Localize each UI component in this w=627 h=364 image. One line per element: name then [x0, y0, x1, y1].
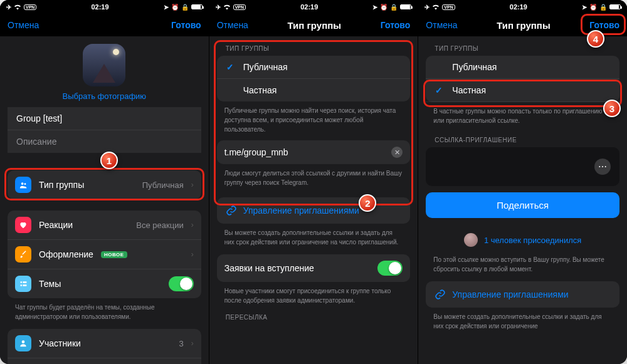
reactions-row[interactable]: Реакции Все реакции › [8, 211, 201, 240]
group-type-row[interactable]: Тип группы Публичная › [8, 170, 201, 199]
chevron-right-icon: › [191, 221, 194, 229]
members-label: Участники [39, 338, 171, 348]
lock-icon: 🔒 [599, 4, 607, 11]
share-foot: По этой ссылке можно вступить в Вашу гру… [418, 251, 627, 276]
manage-invites-label: Управление приглашениями [243, 205, 359, 216]
chevron-right-icon: › [191, 339, 194, 348]
join-requests-row[interactable]: Заявки на вступление [217, 254, 411, 282]
step-badge-3: 3 [603, 100, 621, 117]
svg-rect-3 [23, 281, 26, 283]
members-row[interactable]: Участники 3 › [8, 329, 201, 358]
brush-icon [15, 246, 31, 263]
battery-icon [400, 4, 411, 9]
chevron-right-icon: › [191, 180, 194, 189]
status-time: 02:19 [91, 3, 108, 11]
option-private[interactable]: ✓ Частная [426, 79, 619, 102]
step-badge-1: 1 [100, 152, 118, 169]
topics-label: Темы [39, 279, 161, 289]
alarm-icon: ⏰ [589, 4, 597, 11]
join-requests-toggle[interactable] [377, 261, 403, 276]
airplane-icon: ✈︎ [424, 4, 429, 11]
topics-toggle[interactable] [169, 276, 194, 291]
option-private-label: Частная [243, 85, 403, 95]
status-time: 02:19 [510, 3, 527, 11]
option-public[interactable]: ✓ Публичная [426, 56, 619, 79]
invite-link-field[interactable]: ⋯ [426, 147, 619, 186]
join-foot: Новые участники смогут присоединиться к … [209, 282, 418, 308]
group-avatar[interactable] [83, 44, 125, 86]
svg-rect-2 [20, 281, 22, 283]
chevron-right-icon: › [191, 250, 194, 259]
wifi-icon [432, 4, 440, 10]
vpn-badge: VPN [233, 4, 246, 10]
cancel-button[interactable]: Отмена [8, 20, 39, 30]
design-label: Оформление [39, 249, 93, 259]
manage-invites-row[interactable]: Управление приглашениями [217, 197, 411, 224]
type-foot: Публичные группы можно найти через поиск… [209, 101, 418, 137]
topics-foot: Чат группы будет разделён на темы, созда… [0, 298, 209, 324]
step-badge-4: 4 [587, 30, 604, 48]
screen-2-group-type-public: ✈︎ VPN 02:19 ➤ ⏰ 🔒 Отмена Тип группы Гот… [209, 0, 419, 364]
avatar [464, 233, 478, 247]
heart-icon [15, 217, 31, 233]
nav-bar: Отмена Тип группы Готово [209, 14, 418, 36]
check-icon: ✓ [224, 62, 236, 72]
cancel-button[interactable]: Отмена [217, 20, 248, 30]
done-button[interactable]: Готово [589, 20, 619, 30]
screen-3-group-type-private: ✈︎ VPN 02:19 ➤ ⏰ 🔒 Отмена Тип группы Гот… [418, 0, 627, 364]
option-public[interactable]: ✓ Публичная [217, 56, 411, 79]
topics-row[interactable]: Темы [8, 269, 201, 298]
manage-invites-row[interactable]: Управление приглашениями [426, 281, 619, 308]
link-foot: Люди смогут делиться этой ссылкой с друг… [209, 164, 418, 190]
manage-invites-label: Управление приглашениями [452, 289, 568, 299]
svg-rect-4 [20, 284, 22, 286]
group-desc-input[interactable]: Описание [8, 130, 201, 153]
status-bar: ✈︎ VPN 02:19 ➤ ⏰ 🔒 [0, 0, 209, 14]
done-button[interactable]: Готово [171, 20, 201, 30]
screen-1-edit-group: ✈︎ VPN 02:19 ➤ ⏰ 🔒 Отмена Готово Выбрать… [0, 0, 209, 364]
done-button[interactable]: Готово [381, 20, 411, 30]
option-public-label: Публичная [452, 62, 612, 72]
alarm-icon: ⏰ [380, 4, 387, 11]
type-section-h: ТИП ГРУППЫ [209, 36, 418, 56]
more-icon[interactable]: ⋯ [594, 159, 611, 175]
topics-icon [15, 276, 31, 292]
members-value: 3 [179, 339, 183, 348]
nav-bar: Отмена Готово [0, 14, 209, 36]
reactions-value: Все реакции [136, 221, 183, 230]
nav-bar: Отмена Тип группы Готово 4 [418, 14, 627, 36]
location-icon: ➤ [372, 4, 377, 11]
joined-row[interactable]: 1 человек присоединился [426, 224, 619, 251]
option-private[interactable]: ✓ Частная [217, 79, 411, 101]
vpn-badge: VPN [442, 4, 455, 10]
nav-title: Тип группы [497, 20, 551, 31]
status-bar: ✈︎ VPN 02:19 ➤ ⏰ 🔒 [418, 0, 627, 14]
check-icon: ✓ [433, 85, 445, 95]
type-foot: В частные группы можно попасть только по… [418, 102, 627, 128]
wifi-icon [223, 4, 231, 10]
group-type-label: Тип группы [39, 180, 135, 190]
permissions-row[interactable]: Разрешения 12/14 › [8, 358, 201, 364]
reactions-label: Реакции [39, 220, 129, 230]
group-name-input[interactable]: Group [test] [8, 107, 201, 130]
lock-icon: 🔒 [390, 4, 398, 11]
new-badge: НОВОЕ [101, 251, 127, 258]
cancel-button[interactable]: Отмена [426, 20, 457, 30]
clear-link-button[interactable]: ✕ [391, 147, 403, 158]
battery-icon [191, 4, 203, 9]
svg-point-6 [22, 340, 25, 343]
design-row[interactable]: Оформление НОВОЕ › [8, 240, 201, 269]
option-private-label: Частная [452, 85, 612, 95]
alarm-icon: ⏰ [171, 4, 179, 11]
member-icon [15, 335, 31, 351]
public-link-row[interactable]: t.me/group_mnb ✕ [217, 140, 411, 164]
location-icon: ➤ [164, 4, 169, 11]
nav-title: Тип группы [288, 20, 342, 31]
name-desc-card: Group [test] Описание [8, 107, 201, 153]
svg-point-0 [21, 182, 23, 185]
join-requests-label: Заявки на вступление [224, 263, 371, 273]
choose-photo-link[interactable]: Выбрать фотографию [0, 91, 209, 101]
invite-section-h: ССЫЛКА-ПРИГЛАШЕНИЕ [418, 128, 627, 147]
forward-section-h: ПЕРЕСЫЛКА [209, 308, 418, 325]
share-button[interactable]: Поделиться [426, 192, 619, 218]
